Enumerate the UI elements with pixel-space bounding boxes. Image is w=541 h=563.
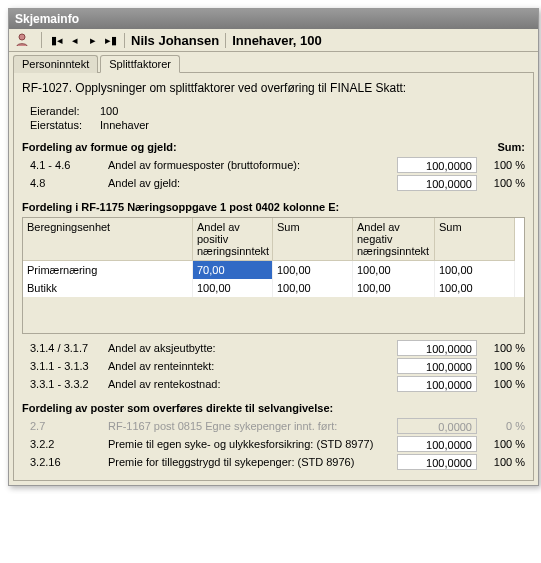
titlebar: Skjemainfo <box>9 9 538 29</box>
row-pct: 100 % <box>485 456 525 468</box>
person-name: Nils Johansen <box>124 33 226 48</box>
value-input[interactable]: 100,0000 <box>397 376 477 392</box>
grid-cell-neg[interactable]: 100,00 <box>353 261 435 279</box>
row-premie-syke-ulykke: 3.2.2 Premie til egen syke- og ulykkesfo… <box>22 436 525 452</box>
value-input[interactable]: 100,0000 <box>397 340 477 356</box>
sum-header: Sum: <box>485 141 525 153</box>
row-label: Andel av gjeld: <box>108 177 397 189</box>
section-title: Fordeling i RF-1175 Næringsoppgave 1 pos… <box>22 201 339 213</box>
grid-cell-sum1: 100,00 <box>273 279 353 297</box>
grid-header-pos: Andel av positiv næringsinntekt <box>193 218 273 261</box>
row-code: 3.1.1 - 3.1.3 <box>30 360 108 372</box>
tab-panel: RF-1027. Opplysninger om splittfaktorer … <box>13 72 534 481</box>
row-pct: 100 % <box>485 360 525 372</box>
value-input[interactable]: 100,0000 <box>397 157 477 173</box>
section-rf1175-header: Fordeling i RF-1175 Næringsoppgave 1 pos… <box>22 201 525 213</box>
grid-header-unit: Beregningsenhet <box>23 218 193 261</box>
row-pct: 100 % <box>485 342 525 354</box>
row-label: Premie til egen syke- og ulykkesforsikri… <box>108 438 397 450</box>
value-input[interactable]: 100,0000 <box>397 358 477 374</box>
value-input[interactable]: 100,0000 <box>397 436 477 452</box>
row-label: Premie for tilleggstrygd til sykepenger:… <box>108 456 397 468</box>
grid-cell-pos[interactable]: 100,00 <box>193 279 273 297</box>
row-code: 3.2.16 <box>30 456 108 468</box>
row-label: Andel av formuesposter (bruttoformue): <box>108 159 397 171</box>
grid-header-sum2: Sum <box>435 218 515 261</box>
row-sykepenger-innt: 2.7 RF-1167 post 0815 Egne sykepenger in… <box>22 418 525 434</box>
table-row[interactable]: Primærnæring 70,00 100,00 100,00 100,00 <box>23 261 524 279</box>
grid-empty-area <box>23 297 524 333</box>
row-aksjeutbytte: 3.1.4 / 3.1.7 Andel av aksjeutbytte: 100… <box>22 340 525 356</box>
tab-label: Splittfaktorer <box>109 58 171 70</box>
row-formuesposter: 4.1 - 4.6 Andel av formuesposter (brutto… <box>22 157 525 173</box>
nav-last-button[interactable]: ▸▮ <box>102 34 120 47</box>
tabstrip: Personinntekt Splittfaktorer <box>9 52 538 72</box>
person-role: Innehaver, 100 <box>226 33 328 48</box>
grid-cell-sum2: 100,00 <box>435 279 515 297</box>
row-code: 2.7 <box>30 420 108 432</box>
row-code: 4.8 <box>30 177 108 189</box>
tab-splittfaktorer[interactable]: Splittfaktorer <box>100 55 180 73</box>
grid-cell-neg[interactable]: 100,00 <box>353 279 435 297</box>
grid-header-row: Beregningsenhet Andel av positiv nærings… <box>23 218 524 261</box>
owner-status-row: Eierstatus: Innehaver <box>30 119 525 131</box>
owner-share-label: Eierandel: <box>30 105 100 117</box>
grid-header-sum1: Sum <box>273 218 353 261</box>
row-renteinntekt: 3.1.1 - 3.1.3 Andel av renteinntekt: 100… <box>22 358 525 374</box>
nav-next-button[interactable]: ▸ <box>84 34 102 47</box>
value-input: 0,0000 <box>397 418 477 434</box>
svg-point-0 <box>19 34 25 40</box>
row-code: 3.1.4 / 3.1.7 <box>30 342 108 354</box>
row-pct: 100 % <box>485 438 525 450</box>
window: Skjemainfo ▮◂ ◂ ▸ ▸▮ Nils Johansen Inneh… <box>8 8 539 486</box>
row-code: 3.3.1 - 3.3.2 <box>30 378 108 390</box>
row-label: Andel av aksjeutbytte: <box>108 342 397 354</box>
section-title: Fordeling av formue og gjeld: <box>22 141 177 153</box>
row-code: 4.1 - 4.6 <box>30 159 108 171</box>
grid-cell-pos[interactable]: 70,00 <box>193 261 273 279</box>
row-rentekostnad: 3.3.1 - 3.3.2 Andel av rentekostnad: 100… <box>22 376 525 392</box>
section-title: Fordeling av poster som overføres direkt… <box>22 402 333 414</box>
owner-share-row: Eierandel: 100 <box>30 105 525 117</box>
owner-status-value: Innehaver <box>100 119 149 131</box>
grid-cell-sum2: 100,00 <box>435 261 515 279</box>
value-input[interactable]: 100,0000 <box>397 175 477 191</box>
toolbar: ▮◂ ◂ ▸ ▸▮ Nils Johansen Innehaver, 100 <box>9 29 538 52</box>
owner-share-value: 100 <box>100 105 118 117</box>
section-selvangivelse-header: Fordeling av poster som overføres direkt… <box>22 402 525 414</box>
tab-label: Personinntekt <box>22 58 89 70</box>
separator <box>41 32 42 48</box>
nav-prev-button[interactable]: ◂ <box>66 34 84 47</box>
row-pct: 100 % <box>485 378 525 390</box>
row-pct: 100 % <box>485 159 525 171</box>
person-icon <box>13 31 31 49</box>
window-title: Skjemainfo <box>15 12 79 26</box>
row-label: RF-1167 post 0815 Egne sykepenger innt. … <box>108 420 397 432</box>
nav-first-button[interactable]: ▮◂ <box>48 34 66 47</box>
value-input[interactable]: 100,0000 <box>397 454 477 470</box>
grid-header-neg: Andel av negativ næringsinntekt <box>353 218 435 261</box>
tab-personinntekt[interactable]: Personinntekt <box>13 55 98 73</box>
row-pct: 0 % <box>485 420 525 432</box>
grid-cell-sum1: 100,00 <box>273 261 353 279</box>
owner-status-label: Eierstatus: <box>30 119 100 131</box>
row-label: Andel av renteinntekt: <box>108 360 397 372</box>
row-gjeld: 4.8 Andel av gjeld: 100,0000 100 % <box>22 175 525 191</box>
row-premie-tilleggstrygd: 3.2.16 Premie for tilleggstrygd til syke… <box>22 454 525 470</box>
form-description: RF-1027. Opplysninger om splittfaktorer … <box>22 81 525 95</box>
grid-cell-name: Primærnæring <box>23 261 193 279</box>
row-code: 3.2.2 <box>30 438 108 450</box>
row-label: Andel av rentekostnad: <box>108 378 397 390</box>
grid-cell-name: Butikk <box>23 279 193 297</box>
allocation-grid: Beregningsenhet Andel av positiv nærings… <box>22 217 525 334</box>
row-pct: 100 % <box>485 177 525 189</box>
section-formue-gjeld-header: Fordeling av formue og gjeld: Sum: <box>22 141 525 153</box>
table-row[interactable]: Butikk 100,00 100,00 100,00 100,00 <box>23 279 524 297</box>
